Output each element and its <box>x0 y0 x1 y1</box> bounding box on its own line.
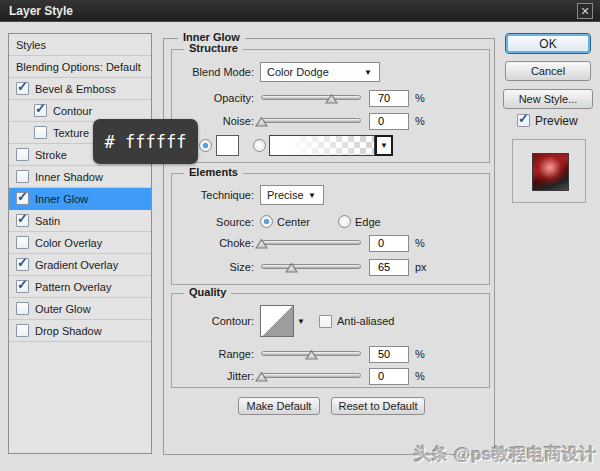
preview-checkbox[interactable]: ✓ <box>517 114 530 127</box>
check-icon: ✓ <box>518 111 529 126</box>
chevron-down-icon: ▼ <box>308 191 316 200</box>
check-icon: ✓ <box>17 255 28 270</box>
chevron-down-icon: ▼ <box>364 68 372 77</box>
source-edge-radio[interactable] <box>338 215 351 228</box>
blend-mode-value: Color Dodge <box>267 66 329 78</box>
range-slider[interactable] <box>261 347 361 362</box>
reset-to-default-button[interactable]: Reset to Default <box>331 397 425 415</box>
opacity-slider[interactable] <box>261 91 361 106</box>
noise-unit: % <box>415 115 425 127</box>
sidebar-item-label: Texture <box>53 127 89 139</box>
inner-shadow-checkbox[interactable]: ✓ <box>16 170 29 183</box>
source-label: Source: <box>178 216 254 228</box>
jitter-input[interactable] <box>369 368 409 385</box>
gradient-picker-arrow-button[interactable]: ▼ <box>375 135 393 156</box>
sidebar-item-drop-shadow[interactable]: ✓ Drop Shadow <box>9 320 151 342</box>
preview-thumbnail-image <box>532 153 569 191</box>
preview-panel <box>512 139 586 203</box>
gradient-overlay-checkbox[interactable]: ✓ <box>16 258 29 271</box>
source-center-radio[interactable] <box>260 215 273 228</box>
jitter-label: Jitter: <box>178 370 254 382</box>
color-value-text: # ffffff <box>105 132 187 152</box>
choke-input[interactable] <box>369 235 409 252</box>
chevron-down-icon[interactable]: ▼ <box>297 317 305 326</box>
sidebar-item-label: Blending Options: Default <box>16 61 141 73</box>
outer-glow-checkbox[interactable]: ✓ <box>16 302 29 315</box>
check-icon: ✓ <box>17 79 28 94</box>
sidebar-item-blending-options[interactable]: Blending Options: Default <box>9 56 151 78</box>
new-style-button[interactable]: New Style... <box>503 89 593 109</box>
pattern-overlay-checkbox[interactable]: ✓ <box>16 280 29 293</box>
sidebar-item-label: Satin <box>35 215 60 227</box>
sidebar-item-gradient-overlay[interactable]: ✓ Gradient Overlay <box>9 254 151 276</box>
opacity-label: Opacity: <box>178 92 254 104</box>
bevel-emboss-checkbox[interactable]: ✓ <box>16 82 29 95</box>
color-overlay-checkbox[interactable]: ✓ <box>16 236 29 249</box>
check-icon: ✓ <box>17 189 28 204</box>
elements-group: Elements Technique: Precise ▼ Source: Ce… <box>171 173 490 285</box>
opacity-slider-track[interactable] <box>261 95 361 100</box>
glow-color-radio[interactable] <box>199 139 212 152</box>
contour-picker-thumbnail[interactable] <box>260 305 294 337</box>
close-icon[interactable]: ✕ <box>577 3 593 19</box>
sidebar-item-label: Drop Shadow <box>35 325 102 337</box>
layer-style-dialog: Layer Style ✕ Styles Blending Options: D… <box>0 0 600 471</box>
jitter-slider[interactable] <box>261 369 361 384</box>
sidebar-item-satin[interactable]: ✓ Satin <box>9 210 151 232</box>
ok-button[interactable]: OK <box>505 33 591 54</box>
size-slider[interactable] <box>261 260 361 275</box>
sidebar-item-styles[interactable]: Styles <box>9 34 151 56</box>
jitter-slider-track[interactable] <box>261 373 361 378</box>
size-slider-track[interactable] <box>261 264 361 269</box>
jitter-unit: % <box>415 370 425 382</box>
range-label: Range: <box>178 348 254 360</box>
noise-input[interactable] <box>369 113 409 130</box>
glow-gradient-bar[interactable] <box>269 135 375 156</box>
watermark-text: 头条 @ps教程电商设计 <box>385 443 597 466</box>
choke-slider-track[interactable] <box>261 240 361 245</box>
sidebar-item-label: Pattern Overlay <box>35 281 111 293</box>
contour-picker-label: Contour: <box>178 315 254 327</box>
opacity-unit: % <box>415 92 425 104</box>
cancel-button[interactable]: Cancel <box>505 61 591 81</box>
blend-mode-select[interactable]: Color Dodge ▼ <box>260 62 380 82</box>
texture-checkbox[interactable]: ✓ <box>34 126 47 139</box>
noise-slider[interactable] <box>261 114 361 129</box>
styles-list: Styles Blending Options: Default ✓ Bevel… <box>8 33 152 454</box>
contour-checkbox[interactable]: ✓ <box>34 104 47 117</box>
satin-checkbox[interactable]: ✓ <box>16 214 29 227</box>
choke-label: Choke: <box>178 237 254 249</box>
technique-select[interactable]: Precise ▼ <box>260 185 324 205</box>
source-edge-label: Edge <box>355 216 381 228</box>
sidebar-item-label: Inner Glow <box>35 193 88 205</box>
anti-aliased-label: Anti-aliased <box>337 315 394 327</box>
sidebar-item-label: Outer Glow <box>35 303 91 315</box>
size-input[interactable] <box>369 259 409 276</box>
structure-group: Structure Blend Mode: Color Dodge ▼ Opac… <box>171 49 490 163</box>
sidebar-item-inner-shadow[interactable]: ✓ Inner Shadow <box>9 166 151 188</box>
sidebar-item-label: Bevel & Emboss <box>35 83 116 95</box>
sidebar-item-label: Contour <box>53 105 92 117</box>
noise-slider-track[interactable] <box>261 118 361 123</box>
make-default-button[interactable]: Make Default <box>238 397 320 415</box>
drop-shadow-checkbox[interactable]: ✓ <box>16 324 29 337</box>
choke-slider[interactable] <box>261 236 361 251</box>
sidebar-item-inner-glow[interactable]: ✓ Inner Glow <box>9 188 151 210</box>
sidebar-item-label: Color Overlay <box>35 237 102 249</box>
sidebar-item-color-overlay[interactable]: ✓ Color Overlay <box>9 232 151 254</box>
inner-glow-checkbox[interactable]: ✓ <box>16 192 29 205</box>
title-bar: Layer Style <box>0 0 600 22</box>
glow-gradient-radio[interactable] <box>253 139 266 152</box>
opacity-input[interactable] <box>369 90 409 107</box>
sidebar-item-label: Inner Shadow <box>35 171 103 183</box>
glow-color-swatch[interactable] <box>216 135 239 156</box>
sidebar-item-pattern-overlay[interactable]: ✓ Pattern Overlay <box>9 276 151 298</box>
anti-aliased-checkbox[interactable]: ✓ <box>319 315 332 328</box>
quality-group-title: Quality <box>184 286 231 298</box>
range-input[interactable] <box>369 346 409 363</box>
color-value-tooltip: # ffffff <box>93 119 198 164</box>
blend-mode-label: Blend Mode: <box>178 66 254 78</box>
sidebar-item-bevel-emboss[interactable]: ✓ Bevel & Emboss <box>9 78 151 100</box>
stroke-checkbox[interactable]: ✓ <box>16 148 29 161</box>
sidebar-item-outer-glow[interactable]: ✓ Outer Glow <box>9 298 151 320</box>
